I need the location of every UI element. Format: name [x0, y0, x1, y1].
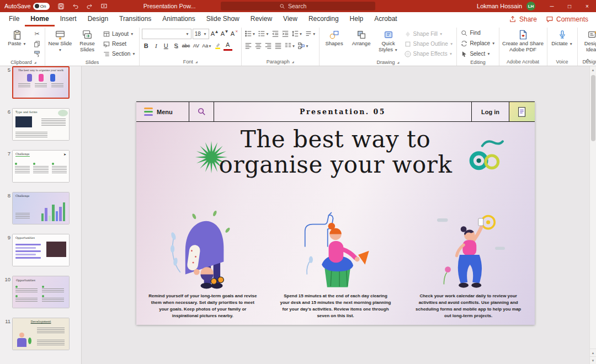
- slide-thumbnail-9[interactable]: 9 Opportunities: [2, 234, 77, 266]
- slide-canvas[interactable]: Menu Presentation. 05 Log in: [136, 101, 535, 325]
- cut-icon[interactable]: ✂: [31, 29, 42, 39]
- grow-font-button[interactable]: A▲: [210, 29, 219, 39]
- slide-thumbnail-7[interactable]: 7 Challenge ➤: [2, 150, 77, 183]
- tip-column-2[interactable]: Spend 15 minutes at the end of each day …: [269, 183, 402, 319]
- tab-help[interactable]: Help: [344, 12, 369, 26]
- columns-button[interactable]: ▼: [284, 41, 296, 51]
- highlight-color-button[interactable]: [214, 41, 222, 51]
- smartart-button[interactable]: ▼: [297, 41, 309, 51]
- font-dialog-launcher[interactable]: ◢: [195, 60, 198, 63]
- tab-view[interactable]: View: [278, 12, 303, 26]
- collapse-ribbon-button[interactable]: [584, 57, 592, 63]
- tab-home[interactable]: Home: [25, 12, 54, 26]
- bold-button[interactable]: B: [142, 41, 151, 51]
- bullets-button[interactable]: ▼: [244, 29, 256, 39]
- line-spacing-button[interactable]: ▼: [291, 29, 303, 39]
- clear-formatting-button[interactable]: A✕: [230, 29, 239, 39]
- tab-design[interactable]: Design: [82, 12, 114, 26]
- tab-recording[interactable]: Recording: [303, 12, 344, 26]
- align-right-button[interactable]: [264, 41, 273, 51]
- slide-thumbnail-preview: Challenge ➤: [12, 150, 70, 183]
- shapes-button[interactable]: Shapes: [322, 28, 347, 48]
- font-name-select[interactable]: ▼: [142, 29, 191, 39]
- find-button[interactable]: Find: [459, 28, 481, 38]
- quick-styles-button[interactable]: Quick Styles ▼: [376, 28, 401, 54]
- clipboard-dialog-launcher[interactable]: ◢: [34, 61, 36, 64]
- strikethrough-button[interactable]: abc: [182, 41, 191, 51]
- tab-acrobat[interactable]: Acrobat: [369, 12, 402, 26]
- reuse-slides-button[interactable]: Reuse Slides: [74, 28, 100, 54]
- character-spacing-button[interactable]: AV: [191, 41, 200, 51]
- text-shadow-button[interactable]: S: [172, 41, 180, 51]
- drawing-dialog-launcher[interactable]: ◢: [397, 61, 400, 64]
- shape-outline-button[interactable]: Shape Outline▼: [403, 39, 455, 49]
- search-box[interactable]: [221, 2, 375, 10]
- slide-doc-button[interactable]: [509, 102, 535, 121]
- save-icon[interactable]: [55, 1, 67, 11]
- slide-thumbnail-10[interactable]: 10 Opportunities: [2, 276, 77, 308]
- font-size-select[interactable]: 18▼: [193, 29, 209, 39]
- redo-icon[interactable]: [84, 1, 96, 11]
- paragraph-dialog-launcher[interactable]: ◢: [292, 60, 294, 63]
- replace-button[interactable]: Replace▼: [459, 39, 496, 48]
- scrollbar-thumb[interactable]: [591, 75, 595, 141]
- align-left-button[interactable]: [244, 41, 253, 51]
- comments-button[interactable]: Comments: [546, 15, 588, 23]
- tip-column-1[interactable]: Remind yourself of your long-term goals …: [136, 183, 269, 319]
- dictate-button[interactable]: Dictate ▼: [550, 28, 575, 48]
- tab-transitions[interactable]: Transitions: [114, 12, 157, 26]
- slide-login-button[interactable]: Log in: [471, 102, 509, 121]
- tab-review[interactable]: Review: [245, 12, 278, 26]
- shape-effects-button[interactable]: Shape Effects▼: [403, 49, 455, 58]
- autosave-toggle[interactable]: AutoSave On: [4, 3, 50, 10]
- slide-title[interactable]: The best way to organise your work: [136, 127, 535, 178]
- next-slide-button[interactable]: ▼: [590, 356, 596, 364]
- font-color-button[interactable]: A: [223, 41, 232, 51]
- justify-button[interactable]: [274, 41, 283, 51]
- avatar[interactable]: LH: [526, 2, 535, 10]
- design-ideas-button[interactable]: Design Ideas: [580, 28, 596, 54]
- minimize-button[interactable]: ─: [543, 0, 561, 12]
- format-painter-icon[interactable]: [31, 49, 42, 58]
- numbering-button[interactable]: ▼: [257, 29, 269, 39]
- slide-search-button[interactable]: [189, 102, 214, 121]
- copy-icon[interactable]: [31, 39, 42, 49]
- slide-menu-button[interactable]: Menu: [136, 102, 189, 121]
- present-icon[interactable]: [98, 1, 110, 11]
- close-button[interactable]: ×: [578, 0, 596, 12]
- increase-indent-button[interactable]: [281, 29, 290, 39]
- slide-thumbnail-6[interactable]: 6 Type and forms: [2, 108, 77, 141]
- tab-file[interactable]: File: [3, 12, 25, 26]
- new-slide-button[interactable]: New Slide ▼: [47, 28, 73, 54]
- tab-slide-show[interactable]: Slide Show: [201, 12, 245, 26]
- previous-slide-button[interactable]: ▲: [590, 349, 596, 356]
- shape-fill-button[interactable]: Shape Fill▼: [403, 29, 455, 39]
- share-button[interactable]: Share: [509, 15, 537, 23]
- slide-thumbnail-5[interactable]: 5 The best way to organise your work: [2, 66, 77, 99]
- create-share-pdf-button[interactable]: Create and Share Adobe PDF: [502, 28, 545, 54]
- italic-button[interactable]: I: [152, 41, 161, 51]
- shrink-font-button[interactable]: A▼: [220, 29, 229, 39]
- search-input[interactable]: [288, 3, 317, 9]
- reset-button[interactable]: Reset: [102, 39, 137, 49]
- section-button[interactable]: Section▼: [102, 49, 137, 58]
- paste-button[interactable]: Paste ▼: [4, 28, 30, 48]
- maximize-button[interactable]: □: [561, 0, 578, 12]
- slide-thumbnail-11[interactable]: 11 Development: [2, 318, 77, 350]
- vertical-scrollbar[interactable]: ▲ ▲ ▼: [589, 66, 596, 364]
- tab-insert[interactable]: Insert: [55, 12, 82, 26]
- align-center-button[interactable]: [254, 41, 263, 51]
- layout-button[interactable]: Layout▼: [102, 29, 137, 39]
- select-button[interactable]: Select▼: [459, 49, 491, 58]
- text-direction-button[interactable]: ▼: [304, 29, 316, 39]
- user-name[interactable]: Lokman Hossain: [477, 3, 522, 9]
- decrease-indent-button[interactable]: [271, 29, 280, 39]
- change-case-button[interactable]: Aa▼: [201, 41, 212, 51]
- scroll-up-arrow[interactable]: ▲: [590, 66, 596, 74]
- underline-button[interactable]: U: [162, 41, 171, 51]
- undo-icon[interactable]: [70, 1, 82, 11]
- slide-thumbnail-8[interactable]: 8 Challenge: [2, 192, 77, 224]
- arrange-button[interactable]: Arrange: [349, 28, 374, 48]
- tab-animations[interactable]: Animations: [157, 12, 200, 26]
- tip-column-3[interactable]: Check your work calendar daily to review…: [402, 183, 535, 319]
